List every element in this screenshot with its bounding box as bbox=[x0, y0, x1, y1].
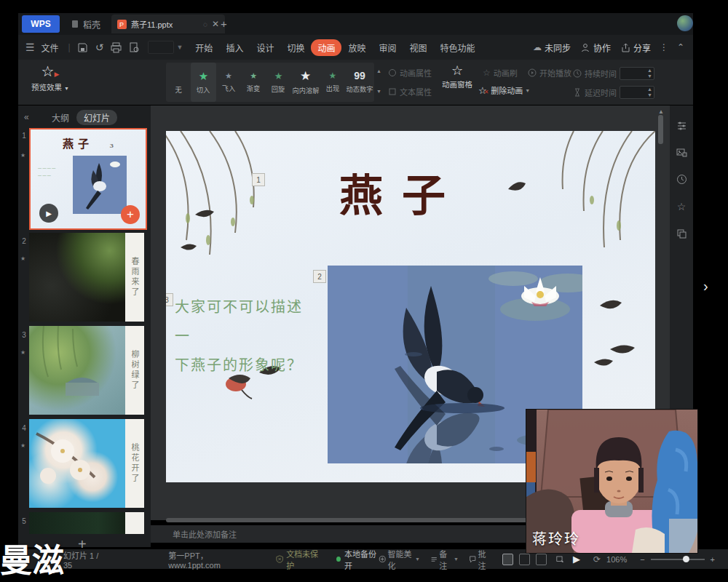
vertical-scrollbar[interactable] bbox=[658, 115, 663, 144]
print-preview-icon[interactable] bbox=[129, 42, 140, 53]
outline-tab[interactable]: 大纲 bbox=[52, 111, 69, 124]
gallery-scroll-down[interactable]: ▼ bbox=[376, 89, 381, 95]
slide-title[interactable]: 燕子 bbox=[339, 160, 464, 223]
slide-thumbnail-5[interactable] bbox=[29, 512, 144, 534]
save-icon[interactable] bbox=[77, 42, 88, 53]
slide-thumbnail-1[interactable]: 燕子 3 — — — —— — — ▶ + bbox=[29, 128, 147, 230]
tab-presentation-file[interactable]: P 燕子11.pptx ◌ ✕ bbox=[111, 15, 225, 33]
dynamic-number-icon: 99 bbox=[354, 71, 365, 81]
history-clock-icon[interactable] bbox=[676, 174, 687, 185]
wps-menu-button[interactable]: WPS bbox=[22, 15, 60, 33]
preview-effect-button[interactable]: ☆▶ 预览效果 ▼ bbox=[28, 64, 72, 92]
collapse-panel-icon[interactable]: « bbox=[24, 112, 29, 122]
user-avatar[interactable] bbox=[677, 15, 693, 31]
start-play-button: 开始播放 bbox=[528, 67, 571, 79]
print-icon[interactable] bbox=[111, 42, 122, 53]
tab-special-features[interactable]: 特色功能 bbox=[433, 39, 481, 56]
collapse-ribbon-icon[interactable]: ⌃ bbox=[677, 42, 684, 52]
slide-body-text[interactable]: 大家可不可以描述一 下燕子的形象呢？ bbox=[175, 292, 313, 380]
animation-none[interactable]: 无 bbox=[166, 63, 191, 102]
image-panel-icon[interactable] bbox=[676, 147, 687, 158]
thumb2-caption: 春雨来了 bbox=[125, 233, 144, 322]
slide-4-anim-icon: ★ bbox=[20, 442, 25, 449]
fit-window-icon[interactable]: ⟳ bbox=[593, 554, 601, 565]
thumb4-caption: 桃花开了 bbox=[125, 419, 144, 508]
ppt-file-icon: P bbox=[117, 20, 127, 29]
file-menu[interactable]: 文件 bbox=[35, 39, 66, 56]
animation-panel-star-icon[interactable]: ☆ bbox=[677, 201, 687, 212]
animation-spin[interactable]: ★ 回旋 bbox=[266, 63, 290, 102]
duration-group: 持续时间 ▲▼ bbox=[573, 67, 654, 80]
slide-thumbnail-3[interactable]: 柳树绿了 bbox=[29, 326, 144, 415]
animation-appear[interactable]: ★ 出现 bbox=[320, 63, 345, 102]
zoom-slider[interactable] bbox=[651, 559, 705, 560]
hamburger-menu-icon[interactable]: ☰ bbox=[25, 41, 35, 53]
tab-review[interactable]: 审阅 bbox=[372, 39, 403, 56]
delay-field[interactable]: ▲▼ bbox=[620, 86, 654, 99]
more-options-icon[interactable]: ⋮ bbox=[660, 42, 668, 52]
share-button[interactable]: 分享 bbox=[633, 41, 651, 54]
tab-design[interactable]: 设计 bbox=[250, 39, 280, 56]
animation-fly-in[interactable]: ★ 飞入 bbox=[216, 63, 241, 102]
menu-bar: ☰ 文件 | ↺ ▼ 开始 插入 设计 切换 动画 放映 审阅 视图 特色功能 … bbox=[18, 35, 693, 60]
tab-docer-store[interactable]: 稻壳 bbox=[63, 15, 108, 33]
tab-insert[interactable]: 插入 bbox=[219, 39, 250, 56]
slideshow-button[interactable] bbox=[556, 554, 564, 565]
view-reading-button[interactable] bbox=[536, 554, 547, 565]
scroll-up-arrow[interactable]: ▲ bbox=[658, 108, 664, 115]
video-call-overlay[interactable]: 蒋玲玲 bbox=[526, 410, 697, 553]
tab-start[interactable]: 开始 bbox=[189, 39, 219, 56]
slide-2-number: 2 bbox=[20, 237, 28, 245]
undo-icon[interactable]: ↺ bbox=[95, 41, 104, 53]
tab-transition[interactable]: 切换 bbox=[280, 39, 311, 56]
protect-shield-icon bbox=[276, 554, 283, 564]
slide-thumbnail-4[interactable]: 桃花开了 bbox=[29, 419, 144, 508]
thumb1-text: — — — —— — — bbox=[38, 164, 70, 179]
animation-dissolve-in[interactable]: ★ 向内溶解 bbox=[291, 63, 320, 102]
notes-button[interactable]: 备注 bbox=[439, 548, 452, 571]
thumb1-play-button[interactable]: ▶ bbox=[39, 204, 58, 223]
thumb1-add-button[interactable]: + bbox=[121, 205, 140, 224]
gallery-scroll-up[interactable]: ▲ bbox=[376, 68, 381, 74]
zoom-out-button[interactable]: − bbox=[640, 555, 644, 564]
view-sorter-button[interactable] bbox=[519, 554, 530, 565]
tab-animation[interactable]: 动画 bbox=[311, 39, 341, 56]
zoom-in-button[interactable]: + bbox=[711, 555, 715, 564]
fly-in-star-icon: ★ bbox=[225, 72, 232, 80]
layers-icon[interactable] bbox=[676, 228, 687, 239]
animation-dynamic-number[interactable]: 99 动态数字 bbox=[345, 63, 374, 102]
protect-status[interactable]: 文档未保护 bbox=[286, 548, 320, 571]
docer-icon bbox=[71, 20, 79, 28]
notes-placeholder: 单击此处添加备注 bbox=[173, 528, 237, 540]
new-tab-button[interactable]: + bbox=[221, 17, 227, 30]
delete-animation-icon: ☆✕ bbox=[478, 85, 488, 96]
zoom-slider-handle[interactable] bbox=[683, 556, 689, 562]
anim-order-badge-2: 2 bbox=[313, 270, 326, 283]
preview-star-icon: ☆▶ bbox=[28, 64, 72, 79]
tab-view[interactable]: 视图 bbox=[403, 39, 433, 56]
expand-panel-chevron[interactable]: › bbox=[703, 278, 708, 295]
duration-field[interactable]: ▲▼ bbox=[620, 67, 654, 80]
sync-status[interactable]: 未同步 bbox=[545, 41, 571, 54]
animation-pane-icon: ☆ bbox=[437, 64, 478, 79]
backup-status[interactable]: 本地备份开 bbox=[344, 548, 379, 571]
properties-sliders-icon[interactable] bbox=[676, 120, 687, 131]
animation-pane-button[interactable]: ☆ 动画窗格 bbox=[437, 64, 478, 89]
animation-cut-in[interactable]: ★ 切入 bbox=[191, 63, 215, 102]
beautify-button[interactable]: 智能美化 bbox=[388, 548, 414, 571]
collaborate-button[interactable]: 协作 bbox=[593, 41, 611, 54]
anim-order-badge-3: 3 bbox=[166, 293, 173, 306]
slide-thumbnail-2[interactable]: 春雨来了 bbox=[29, 233, 144, 322]
animation-fade[interactable]: ★ 渐变 bbox=[241, 63, 266, 102]
zoom-percent[interactable]: 106% bbox=[606, 555, 627, 564]
comment-button[interactable]: 批注 bbox=[478, 548, 491, 571]
animation-gallery: 无 ★ 切入 ★ 飞入 ★ 渐变 ★ 回旋 ★ 向内溶解 ★ 出现 99 动态数… bbox=[166, 63, 374, 102]
delete-animation-button[interactable]: ☆✕ 删除动画 ▼ bbox=[478, 84, 530, 96]
tab-slideshow[interactable]: 放映 bbox=[341, 39, 372, 56]
fade-star-icon: ★ bbox=[250, 72, 257, 80]
template-source: 第一PPT，www.1ppt.com bbox=[168, 549, 247, 570]
slides-tab[interactable]: 幻灯片 bbox=[76, 110, 117, 125]
play-button[interactable]: ▶ bbox=[573, 554, 580, 565]
close-tab-icon[interactable]: ✕ bbox=[212, 19, 219, 29]
view-normal-button[interactable] bbox=[502, 554, 513, 565]
